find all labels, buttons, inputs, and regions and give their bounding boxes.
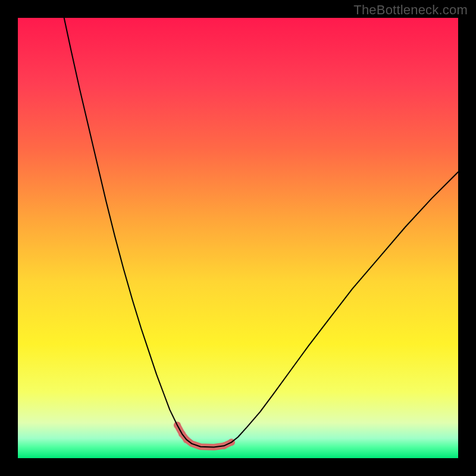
chart-background [18, 18, 458, 458]
watermark-text: TheBottleneck.com [353, 2, 468, 18]
chart-plot-area [18, 18, 458, 458]
chart-frame: TheBottleneck.com [0, 0, 476, 476]
chart-svg [18, 18, 458, 458]
